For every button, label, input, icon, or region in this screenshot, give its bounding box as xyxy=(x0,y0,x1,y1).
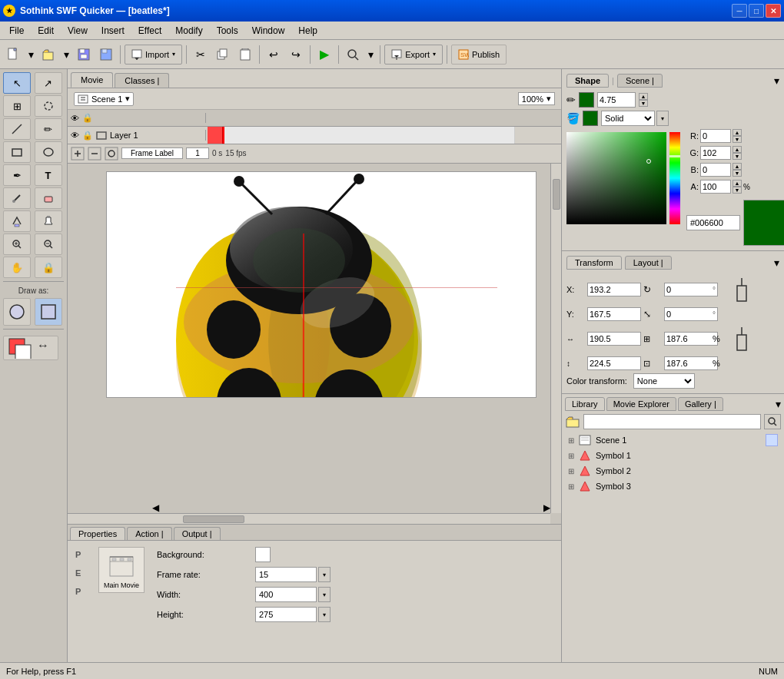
b-spinner[interactable]: ▲ ▼ xyxy=(733,163,742,177)
lock-icon[interactable]: 🔒 xyxy=(82,113,93,123)
g-input[interactable] xyxy=(700,146,731,160)
y-input[interactable] xyxy=(587,307,641,321)
width-input[interactable] xyxy=(255,587,317,602)
pencil-stroke-icon[interactable]: ✏ xyxy=(566,94,576,106)
save-button[interactable] xyxy=(74,45,94,65)
stroke-spinner[interactable]: ▲ ▼ xyxy=(639,93,648,107)
width-dropdown[interactable]: ▾ xyxy=(318,587,331,602)
menu-help[interactable]: Help xyxy=(292,24,324,38)
framerate-dropdown[interactable]: ▾ xyxy=(318,567,331,582)
hue-picker[interactable] xyxy=(669,132,680,224)
tab-output[interactable]: Output | xyxy=(174,527,221,540)
zoom-selector[interactable]: 100% ▾ xyxy=(518,92,555,105)
color-gradient-area[interactable] xyxy=(566,132,680,224)
new-button[interactable] xyxy=(3,45,23,65)
menu-effect[interactable]: Effect xyxy=(132,24,168,38)
menu-edit[interactable]: Edit xyxy=(32,24,60,38)
minimize-button[interactable]: ─ xyxy=(732,4,747,18)
menu-insert[interactable]: Insert xyxy=(95,24,131,38)
scene1-expand[interactable]: ⊞ xyxy=(568,436,574,445)
lib-search-input[interactable] xyxy=(583,414,761,429)
canvas-hscroll[interactable] xyxy=(68,513,550,524)
shape-panel-dropdown[interactable]: ▾ xyxy=(774,75,779,87)
color-transform-select[interactable]: None Brightness Tint Alpha xyxy=(633,373,695,389)
redo-button[interactable]: ↪ xyxy=(286,45,306,65)
a-spinner[interactable]: ▲ ▼ xyxy=(733,180,742,194)
line-tool[interactable] xyxy=(3,118,31,140)
stroke-size-input[interactable] xyxy=(597,92,636,108)
menu-modify[interactable]: Modify xyxy=(169,24,208,38)
import-button[interactable]: Import ▾ xyxy=(125,45,182,65)
h-percent-input[interactable] xyxy=(664,356,718,370)
transform-panel-dropdown[interactable]: ▾ xyxy=(774,257,779,269)
symbol1-expand[interactable]: ⊞ xyxy=(568,452,574,460)
tab-properties[interactable]: Properties xyxy=(70,527,125,540)
cut-button[interactable]: ✂ xyxy=(191,45,211,65)
lasso-tool[interactable] xyxy=(35,95,62,117)
export-button[interactable]: Export ▾ xyxy=(384,45,443,65)
w-input[interactable] xyxy=(587,332,641,346)
paste-button[interactable] xyxy=(235,45,255,65)
hand-tool[interactable]: ✋ xyxy=(3,257,31,278)
rot-input[interactable] xyxy=(664,283,718,296)
undo-button[interactable]: ↩ xyxy=(264,45,284,65)
copy-button[interactable] xyxy=(213,45,233,65)
eyedropper-tool[interactable] xyxy=(3,187,31,209)
fill-bucket-icon[interactable]: 🪣 xyxy=(566,112,580,124)
rotate-icon[interactable]: ↻ xyxy=(643,284,662,295)
color-picker-hue[interactable] xyxy=(669,132,680,224)
new-dropdown-button[interactable]: ▾ xyxy=(25,45,36,65)
b-input[interactable] xyxy=(700,163,731,177)
symbol3-expand[interactable]: ⊞ xyxy=(568,482,574,491)
bg-color-swatch[interactable] xyxy=(255,547,271,562)
fill-type-select[interactable]: Solid Linear Radial xyxy=(601,111,655,126)
a-input[interactable] xyxy=(700,180,731,194)
menu-view[interactable]: View xyxy=(61,24,94,38)
framerate-input[interactable] xyxy=(255,567,317,582)
lib-folder-icon[interactable] xyxy=(565,415,580,429)
text-tool[interactable]: T xyxy=(35,164,62,186)
stroke-up-button[interactable]: ▲ xyxy=(639,93,648,100)
draw-circle-button[interactable] xyxy=(3,298,31,326)
h-scale-icon[interactable]: ⊡ xyxy=(643,359,662,369)
maximize-button[interactable]: □ xyxy=(749,4,764,18)
oval-tool[interactable] xyxy=(35,141,62,163)
zoom-dropdown-button[interactable]: ▾ xyxy=(365,45,376,65)
play-button[interactable]: ▶ xyxy=(314,45,334,65)
library-tab[interactable]: Library xyxy=(565,397,605,411)
pen-tool[interactable]: ✒ xyxy=(3,164,31,186)
color-indicator-tool[interactable]: ↔ xyxy=(3,336,58,360)
inkbottle-tool[interactable] xyxy=(35,210,62,232)
menu-window[interactable]: Window xyxy=(246,24,291,38)
x-input[interactable] xyxy=(587,283,641,296)
library-dropdown[interactable]: ▾ xyxy=(776,398,781,410)
height-dropdown[interactable]: ▾ xyxy=(318,607,331,622)
g-spinner[interactable]: ▲ ▼ xyxy=(733,146,742,160)
lib-item-symbol2[interactable]: ⊞ Symbol 2 xyxy=(565,463,781,479)
add-layer-icon[interactable] xyxy=(71,147,85,161)
lock-wh[interactable] xyxy=(733,323,761,354)
h-input[interactable] xyxy=(587,356,641,370)
stroke-down-button[interactable]: ▼ xyxy=(639,100,648,107)
transform-tab[interactable]: Transform xyxy=(566,256,622,270)
a-up-button[interactable]: ▲ xyxy=(733,180,742,187)
lock-tool[interactable]: 🔒 xyxy=(35,257,62,278)
publish-button[interactable]: SWF Publish xyxy=(451,45,507,65)
g-down-button[interactable]: ▼ xyxy=(733,153,742,160)
lib-item-symbol1[interactable]: ⊞ Symbol 1 xyxy=(565,448,781,463)
lib-item-scene1[interactable]: ⊞ Scene 1 xyxy=(565,432,781,448)
open-button[interactable] xyxy=(38,45,58,65)
r-spinner[interactable]: ▲ ▼ xyxy=(733,129,742,143)
scene-tab[interactable]: Scene | xyxy=(617,74,663,88)
frame-number-input[interactable] xyxy=(186,147,209,159)
layer-lock-icon[interactable]: 🔒 xyxy=(82,131,93,141)
draw-square-button[interactable] xyxy=(35,298,62,326)
r-up-button[interactable]: ▲ xyxy=(733,129,742,136)
skew-input[interactable] xyxy=(664,307,718,321)
menu-file[interactable]: File xyxy=(3,24,30,38)
rect-tool[interactable] xyxy=(3,141,31,163)
w-percent-input[interactable] xyxy=(664,332,718,346)
layer-eye-icon[interactable]: 👁 xyxy=(71,131,79,140)
r-input[interactable] xyxy=(700,129,731,143)
tab-classes[interactable]: Classes | xyxy=(115,73,169,88)
